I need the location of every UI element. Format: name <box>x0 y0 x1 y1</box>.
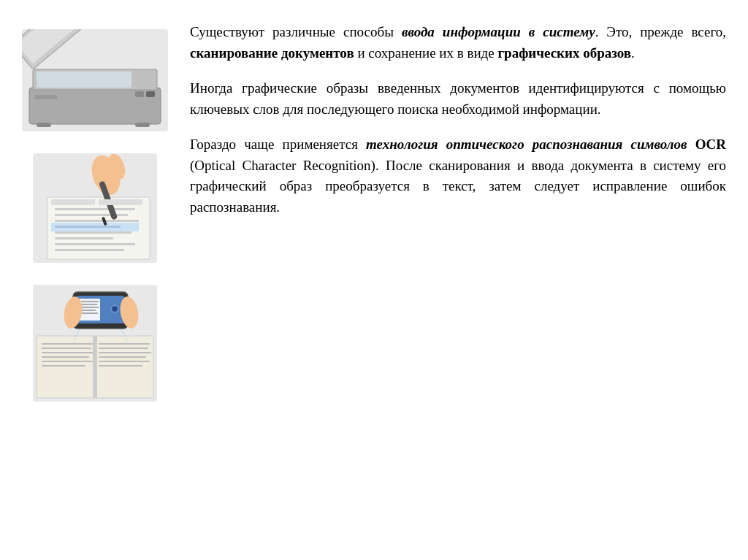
bold-text-ocr: OCR <box>695 137 726 152</box>
svg-rect-25 <box>99 199 142 205</box>
svg-rect-45 <box>81 307 99 308</box>
svg-rect-37 <box>99 361 150 362</box>
svg-rect-5 <box>135 91 144 97</box>
svg-rect-15 <box>55 231 131 234</box>
svg-rect-46 <box>81 310 96 311</box>
svg-rect-24 <box>51 199 95 205</box>
svg-rect-18 <box>55 249 124 251</box>
svg-rect-47 <box>81 312 98 314</box>
svg-rect-35 <box>99 352 151 353</box>
svg-rect-11 <box>55 208 135 210</box>
svg-rect-33 <box>99 343 150 345</box>
svg-point-49 <box>112 307 117 311</box>
svg-rect-38 <box>99 365 142 367</box>
svg-rect-19 <box>51 223 139 231</box>
left-column <box>15 22 175 538</box>
svg-rect-39 <box>93 336 97 398</box>
bold-text-2: графических образов <box>497 45 631 61</box>
paragraph-3: Гораздо чаще применяется технология опти… <box>190 134 726 218</box>
svg-rect-29 <box>42 352 94 353</box>
svg-rect-32 <box>42 365 85 367</box>
bold-italic-text-2: технология оптического распознавания сим… <box>366 137 687 152</box>
svg-rect-6 <box>146 91 155 97</box>
svg-rect-34 <box>99 348 148 349</box>
svg-rect-44 <box>81 304 97 305</box>
svg-rect-7 <box>35 95 57 99</box>
svg-rect-27 <box>42 343 93 345</box>
page: Существуют различные способы ввода инфор… <box>0 0 748 560</box>
paragraph-2: Иногда графические образы введенных доку… <box>190 78 726 120</box>
phone-scan-image <box>33 285 157 402</box>
svg-rect-36 <box>99 356 146 358</box>
svg-rect-13 <box>55 220 139 222</box>
svg-rect-17 <box>55 243 135 245</box>
bold-text-1: сканирование документов <box>190 45 354 61</box>
svg-rect-2 <box>37 72 131 88</box>
svg-rect-8 <box>37 123 51 127</box>
bold-italic-text-1: ввода информации в систему <box>402 24 595 39</box>
paragraph-1: Существуют различные способы ввода инфор… <box>190 22 726 64</box>
svg-rect-30 <box>42 356 89 358</box>
svg-rect-31 <box>42 361 93 362</box>
svg-rect-28 <box>42 348 91 349</box>
svg-rect-16 <box>55 237 113 239</box>
barcode-reader-image <box>33 153 157 263</box>
svg-rect-9 <box>135 123 150 127</box>
svg-rect-43 <box>81 301 99 302</box>
right-column: Существуют различные способы ввода инфор… <box>175 22 726 538</box>
scanner-image <box>22 29 168 131</box>
